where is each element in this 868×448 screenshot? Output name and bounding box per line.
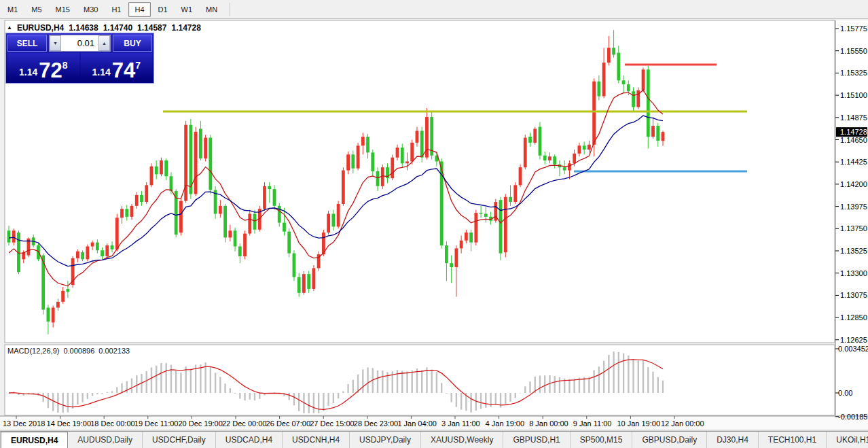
- chart-tab-sp500-m15[interactable]: SP500,M15: [571, 432, 633, 448]
- candle: [278, 206, 281, 223]
- timeframe-button-w1[interactable]: W1: [175, 2, 199, 17]
- candle: [287, 232, 291, 254]
- candle: [662, 132, 665, 141]
- candle: [568, 163, 571, 170]
- candle: [238, 246, 242, 256]
- buy-price-button[interactable]: 1.14747: [81, 53, 153, 82]
- price-tick-label: 1.12625: [840, 336, 867, 344]
- sell-price-sup: 8: [62, 60, 68, 71]
- time-tick-label: 27 Dec 15:00: [310, 419, 354, 428]
- time-tick-label: 8 Jan 00:00: [529, 419, 568, 428]
- candle: [199, 129, 202, 159]
- candle: [228, 230, 232, 237]
- candle: [617, 53, 620, 81]
- price-tick-label: 1.13300: [840, 269, 867, 277]
- candle: [243, 234, 247, 256]
- candle: [519, 167, 522, 185]
- time-tick-label: 4 Jan 19:00: [486, 419, 525, 428]
- timeframe-button-m30[interactable]: M30: [77, 2, 104, 17]
- candle: [331, 214, 335, 227]
- chart-tab-dj30-h4[interactable]: DJ30,H4: [707, 432, 759, 448]
- buy-price-big: 74: [112, 62, 135, 80]
- buy-button[interactable]: BUY: [113, 35, 152, 52]
- candle: [553, 156, 556, 165]
- timeframe-button-m1[interactable]: M1: [1, 2, 24, 17]
- price-tick-label: 1.13525: [840, 247, 867, 255]
- candle: [602, 63, 606, 96]
- candle: [592, 82, 596, 145]
- chart-tab-usdchf-daily[interactable]: USDCHF,Daily: [143, 432, 216, 448]
- candle: [155, 167, 158, 175]
- time-tick-label: 28 Dec 23:00: [354, 419, 398, 428]
- chart-ohlc-header: ▲ EURUSD,H4 1.14638 1.14740 1.14587 1.14…: [7, 23, 201, 33]
- price-tick-label: 1.15775: [840, 24, 867, 33]
- time-tick-label: 22 Dec 00:00: [222, 419, 266, 428]
- time-tick-label: 12 Jan 00:00: [661, 419, 704, 428]
- volume-input[interactable]: 0.01: [61, 35, 98, 51]
- chart-tab-usdjpy-daily[interactable]: USDJPY,Daily: [350, 432, 421, 448]
- candle: [248, 214, 251, 234]
- candle: [607, 48, 611, 63]
- candle: [12, 230, 16, 242]
- sell-price-button[interactable]: 1.14728: [7, 53, 79, 82]
- candle: [642, 69, 645, 90]
- candle: [91, 243, 94, 247]
- candle: [548, 156, 551, 160]
- chart-tab-tech100-h1[interactable]: TECH100,H1: [759, 432, 827, 448]
- candle: [219, 206, 222, 214]
- candle: [52, 308, 55, 323]
- candle: [145, 185, 148, 202]
- candle: [342, 171, 345, 204]
- candle: [587, 145, 591, 150]
- volume-decrease-button[interactable]: ▼: [50, 35, 61, 51]
- timeframe-button-d1[interactable]: D1: [152, 2, 174, 17]
- candle: [504, 197, 507, 252]
- chart-tab-gbpusd-daily[interactable]: GBPUSD,Daily: [632, 432, 707, 448]
- one-click-collapse-icon[interactable]: ▲: [7, 24, 12, 31]
- macd-pane: [5, 345, 835, 415]
- ohlc-open: 1.14638: [69, 23, 98, 33]
- chart-tab-eurusd-h4[interactable]: EURUSD,H4: [1, 432, 68, 448]
- chart-tab-usdcnh-h4[interactable]: USDCNH,H4: [283, 432, 350, 448]
- candle: [656, 126, 659, 141]
- triangle-up-icon: ▲: [102, 41, 107, 46]
- timeframe-toolbar: M1M5M15M30H1H4D1W1MN: [0, 0, 868, 19]
- sell-button[interactable]: SELL: [7, 35, 47, 52]
- chart-tabbar: EURUSD,H4AUDUSD,DailyUSDCHF,DailyUSDCAD,…: [0, 431, 868, 448]
- candle: [420, 131, 424, 157]
- time-tick-label: 18 Dec 00:00: [90, 419, 134, 428]
- price-tick-label: 1.14200: [840, 180, 867, 188]
- chart-tab-xauusd-weekly[interactable]: XAUUSD,Weekly: [421, 432, 503, 448]
- ohlc-low: 1.14587: [137, 23, 166, 33]
- price-tick-label: 1.13975: [840, 203, 867, 211]
- price-tick-label: 1.15325: [840, 69, 867, 77]
- chart-tab-ukoil-h1[interactable]: UKOil,H1: [827, 432, 868, 448]
- macd-tick-label: -0.001851: [838, 413, 868, 421]
- current-price-label: 1.14728: [840, 128, 867, 136]
- chart-tab-audusd-daily[interactable]: AUDUSD,Daily: [68, 432, 143, 448]
- candle: [627, 84, 630, 91]
- candle: [135, 195, 139, 206]
- candle: [307, 274, 310, 289]
- candle: [293, 254, 296, 277]
- volume-increase-button[interactable]: ▲: [98, 35, 110, 51]
- timeframe-button-h4[interactable]: H4: [128, 2, 150, 17]
- candle: [263, 186, 266, 209]
- candle: [111, 245, 114, 249]
- candle: [528, 137, 532, 143]
- chart-tab-gbpusd-h1[interactable]: GBPUSD,H1: [503, 432, 570, 448]
- timeframe-button-mn[interactable]: MN: [200, 2, 223, 17]
- candle: [268, 186, 271, 189]
- chart-tab-usdcad-h4[interactable]: USDCAD,H4: [216, 432, 283, 448]
- macd-indicator-label: MACD(12,26,9) 0.000896 0.002133: [7, 347, 130, 355]
- price-tick-label: 1.14875: [840, 114, 867, 122]
- toolbar-separator: [230, 3, 230, 16]
- timeframe-button-m5[interactable]: M5: [25, 2, 48, 17]
- timeframe-button-h1[interactable]: H1: [105, 2, 127, 17]
- timeframe-button-m15[interactable]: M15: [50, 2, 76, 17]
- candle: [150, 167, 153, 186]
- time-tick-label: 10 Jan 19:00: [617, 419, 660, 428]
- candle: [539, 127, 542, 156]
- time-tick-label: 9 Jan 11:00: [573, 419, 612, 428]
- candle: [484, 214, 488, 217]
